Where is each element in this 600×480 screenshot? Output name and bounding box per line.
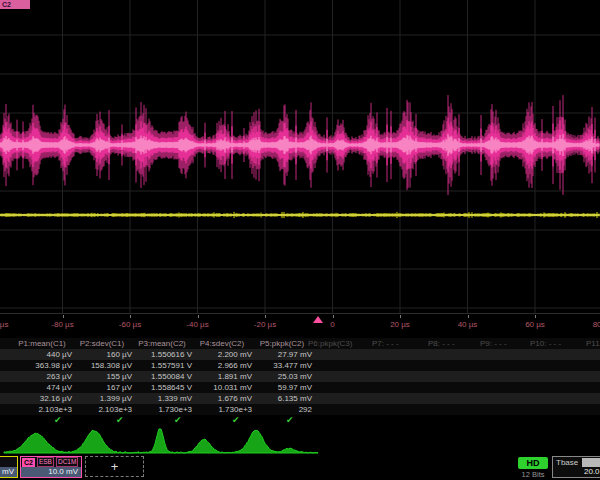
axis-tick-label: -40 µs bbox=[186, 320, 208, 329]
param-header-unused[interactable]: P6:pkpk(C3) bbox=[308, 339, 352, 348]
plus-icon: + bbox=[111, 459, 119, 474]
measurement-status-row: ✔✔✔✔✔ bbox=[0, 415, 600, 426]
channel-c1-descriptor[interactable]: C1 DC1M 10.0 mV bbox=[0, 456, 18, 478]
param-value: 32.16 µV bbox=[12, 394, 72, 403]
tbase-label: Tbase bbox=[556, 458, 578, 467]
param-value: 6.135 mV bbox=[252, 394, 329, 403]
trigger-position-icon[interactable] bbox=[313, 316, 323, 323]
status-check-icon: ✔ bbox=[286, 415, 294, 425]
status-check-icon: ✔ bbox=[116, 415, 124, 425]
param-header-unused[interactable]: P10: - - - bbox=[530, 339, 561, 348]
c2-coupling-chip: DC1M bbox=[56, 457, 78, 467]
add-trace-button[interactable]: + bbox=[85, 456, 144, 477]
table-row: 263 µV155 µV1.550084 V1.891 mV25.03 mV bbox=[0, 371, 600, 382]
axis-tick bbox=[333, 315, 334, 318]
waveform-grid bbox=[0, 0, 600, 314]
param-value: 1.550084 V bbox=[132, 372, 192, 381]
c2-tag-chip: ESB bbox=[37, 457, 54, 467]
axis-tick-label: 0 bbox=[330, 320, 334, 329]
param-value: 2.103e+3 bbox=[12, 405, 72, 414]
axis-tick bbox=[265, 315, 266, 318]
axis-tick-label: -20 µs bbox=[254, 320, 276, 329]
param-value: 2.103e+3 bbox=[72, 405, 132, 414]
param-value: 167 µV bbox=[72, 383, 132, 392]
param-value: 440 µV bbox=[12, 350, 72, 359]
param-header[interactable]: P5:pkpk(C2) bbox=[252, 339, 312, 348]
timebase-descriptor[interactable]: Tbase 20.0 µs/div bbox=[552, 456, 600, 478]
param-header[interactable]: P1:mean(C1) bbox=[12, 339, 72, 348]
timebase-axis: -100 µs-80 µs-60 µs-40 µs-20 µs020 µs40 … bbox=[0, 314, 600, 336]
param-value: 25.03 mV bbox=[252, 372, 329, 381]
trace-label-badge[interactable]: C2 bbox=[0, 0, 30, 9]
table-row: P1:mean(C1)P2:sdev(C1)P3:mean(C2)P4:sdev… bbox=[0, 338, 600, 349]
channel-c2-descriptor[interactable]: C2 ESB DC1M 10.0 mV bbox=[20, 456, 82, 478]
status-check-icon: ✔ bbox=[54, 415, 62, 425]
status-check-icon: ✔ bbox=[174, 415, 182, 425]
param-value: 1.730e+3 bbox=[132, 405, 192, 414]
param-header[interactable]: P3:mean(C2) bbox=[132, 339, 192, 348]
axis-tick bbox=[468, 315, 469, 318]
param-value: 474 µV bbox=[12, 383, 72, 392]
axis-tick-label: -60 µs bbox=[119, 320, 141, 329]
param-header-unused[interactable]: P7: - - - bbox=[372, 339, 399, 348]
table-row: 2.103e+32.103e+31.730e+31.730e+3292 bbox=[0, 404, 600, 415]
descriptor-bar: C1 DC1M 10.0 mV C2 ESB DC1M 10.0 mV + HD… bbox=[0, 454, 600, 480]
param-value: 160 µV bbox=[72, 350, 132, 359]
axis-tick bbox=[130, 315, 131, 318]
param-value: 2.966 mV bbox=[192, 361, 252, 370]
param-header[interactable]: P2:sdev(C1) bbox=[72, 339, 132, 348]
param-header[interactable]: P4:sdev(C2) bbox=[192, 339, 252, 348]
param-value: 59.97 mV bbox=[252, 383, 329, 392]
param-value: 1.558645 V bbox=[132, 383, 192, 392]
c1-volts-per-div: 10.0 mV bbox=[0, 467, 17, 477]
table-row: 32.16 µV1.399 µV1.339 mV1.676 mV6.135 mV bbox=[0, 393, 600, 404]
tbase-time-per-div: 20.0 µs/div bbox=[584, 467, 600, 477]
oscilloscope-screen: C2 -100 µs-80 µs-60 µs-40 µs-20 µs020 µs… bbox=[0, 0, 600, 480]
param-header-unused[interactable]: P8: - - - bbox=[428, 339, 455, 348]
hd-mode-badge[interactable]: HD bbox=[518, 457, 548, 469]
param-value: 1.550616 V bbox=[132, 350, 192, 359]
param-value: 263 µV bbox=[12, 372, 72, 381]
param-value: 1.891 mV bbox=[192, 372, 252, 381]
axis-tick bbox=[63, 315, 64, 318]
param-value: 1.339 mV bbox=[132, 394, 192, 403]
table-row: 440 µV160 µV1.550616 V2.200 mV27.97 mV bbox=[0, 349, 600, 360]
param-value: 27.97 mV bbox=[252, 350, 329, 359]
param-value: 1.676 mV bbox=[192, 394, 252, 403]
axis-tick bbox=[400, 315, 401, 318]
param-value: 1.399 µV bbox=[72, 394, 132, 403]
param-value: 33.477 mV bbox=[252, 361, 329, 370]
param-value: 1.557591 V bbox=[132, 361, 192, 370]
status-check-icon: ✔ bbox=[232, 415, 240, 425]
histogram-trace bbox=[0, 428, 600, 455]
c2-volts-per-div: 10.0 mV bbox=[21, 467, 81, 477]
param-value: 292 bbox=[252, 405, 329, 414]
axis-tick bbox=[198, 315, 199, 318]
param-value: 155 µV bbox=[72, 372, 132, 381]
axis-tick-label: 20 µs bbox=[390, 320, 410, 329]
table-row: 474 µV167 µV1.558645 V10.031 mV59.97 mV bbox=[0, 382, 600, 393]
axis-tick-label: 40 µs bbox=[458, 320, 478, 329]
axis-tick-label: -80 µs bbox=[51, 320, 73, 329]
tbase-readout-clipped bbox=[582, 458, 600, 467]
axis-tick bbox=[535, 315, 536, 318]
param-value: 2.200 mV bbox=[192, 350, 252, 359]
param-header-unused[interactable]: P11 bbox=[586, 339, 600, 348]
param-value: 158.308 µV bbox=[72, 361, 132, 370]
param-value: 1.730e+3 bbox=[192, 405, 252, 414]
param-header-unused[interactable]: P9: - - - bbox=[480, 339, 507, 348]
axis-tick-label: 80 µs bbox=[593, 320, 600, 329]
hd-bits-label: 12 Bits bbox=[510, 470, 556, 479]
axis-tick-label: -100 µs bbox=[0, 320, 8, 329]
param-value: 363.98 µV bbox=[12, 361, 72, 370]
measurement-table: P1:mean(C1)P2:sdev(C1)P3:mean(C2)P4:sdev… bbox=[0, 338, 600, 415]
param-value: 10.031 mV bbox=[192, 383, 252, 392]
c2-channel-badge: C2 bbox=[22, 458, 35, 467]
axis-tick-label: 60 µs bbox=[525, 320, 545, 329]
trace-path bbox=[4, 429, 318, 453]
table-row: 363.98 µV158.308 µV1.557591 V2.966 mV33.… bbox=[0, 360, 600, 371]
